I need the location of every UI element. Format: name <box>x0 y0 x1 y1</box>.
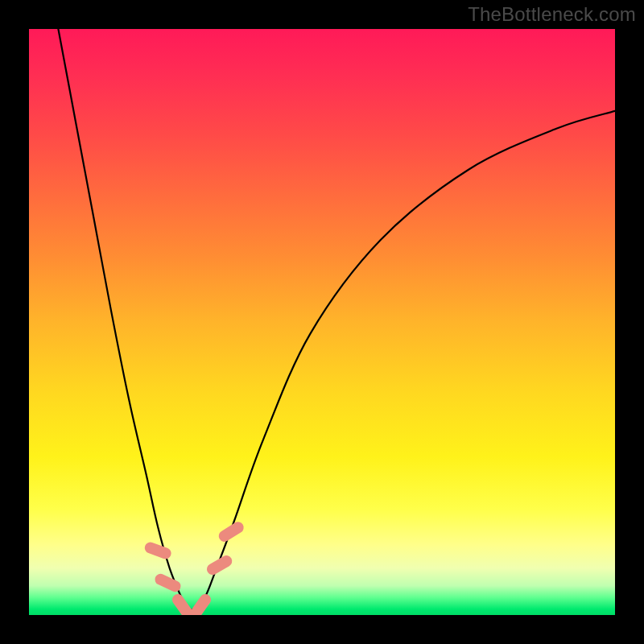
bottleneck-curve <box>58 29 615 611</box>
chart-container: TheBottleneck.com <box>0 0 644 644</box>
watermark-text: TheBottleneck.com <box>468 3 636 26</box>
pink-marker <box>153 572 183 593</box>
pink-marker <box>188 592 213 615</box>
curve-layer <box>29 29 615 615</box>
pink-marker <box>204 554 233 577</box>
pink-marker <box>143 541 173 561</box>
pink-marker <box>217 520 246 544</box>
plot-area <box>29 29 615 615</box>
marker-group <box>143 520 246 615</box>
